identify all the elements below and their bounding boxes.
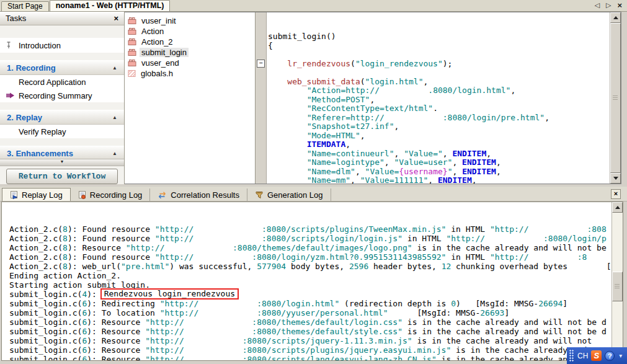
tab-noname1-web-http-html[interactable]: noname1 - Web (HTTP/HTML) — [50, 0, 171, 11]
text-segment: , — [370, 95, 375, 104]
text-segment: chunking overhead bytes [ — [451, 262, 611, 271]
file-item-globals-h[interactable]: globals.h — [125, 68, 255, 79]
close-document-button[interactable]: × — [617, 1, 622, 9]
text-segment: "Value=user" — [394, 158, 453, 167]
scroll-thumb[interactable] — [610, 23, 621, 173]
return-to-workflow-button[interactable]: Return to Workflow — [6, 169, 118, 184]
action-file-icon — [128, 48, 136, 56]
section-header-3-enhancements[interactable]: 3. Enhancements▲ — [0, 146, 124, 159]
code-gutter: − — [256, 12, 267, 184]
tab-scroll-left-button[interactable]: ◁ — [594, 1, 599, 9]
log-output[interactable]: Action_2.c(8): Found resource "http:// :… — [1, 202, 623, 361]
text-segment: 577904 — [257, 262, 286, 271]
text-segment: Action_2.c( — [9, 262, 63, 271]
editor-vertical-scrollbar[interactable] — [610, 12, 621, 184]
text-segment — [385, 113, 443, 122]
text-segment: :8 — [577, 252, 587, 262]
text-segment: , — [385, 158, 394, 167]
text-segment: ): Found resource — [68, 252, 155, 262]
text-segment — [268, 140, 307, 149]
text-segment: :8080/scripts/plugins/TweenMax.min.js" — [262, 224, 446, 234]
correlation-results-icon — [158, 191, 167, 199]
action-file-icon — [128, 27, 136, 35]
scroll-up-button[interactable] — [610, 12, 621, 23]
text-segment: , — [486, 149, 491, 158]
text-segment: "http:// — [145, 345, 184, 355]
file-item-submit-login[interactable]: submit_login — [125, 47, 255, 58]
file-item-action-2[interactable]: Action_2 — [125, 37, 255, 47]
tab-replay-log[interactable]: Replay Log — [2, 188, 71, 201]
tab-recording-log[interactable]: Recording Log — [71, 189, 151, 201]
text-segment — [268, 59, 287, 68]
text-segment: "Value=111111" — [360, 175, 429, 184]
close-log-button[interactable]: × — [611, 189, 621, 199]
language-indicator[interactable]: CH — [577, 352, 588, 360]
tasks-scroll-more[interactable]: ▼ — [0, 159, 124, 166]
main-area: Tasks × Introduction1. Recording▲Record … — [0, 12, 627, 184]
scroll-down-button[interactable] — [610, 173, 621, 184]
tray-grip[interactable] — [569, 350, 574, 362]
text-segment: ) [MsgId: MMSG- — [456, 299, 538, 308]
task-item-introduction[interactable]: Introduction — [0, 38, 124, 53]
text-segment: , — [496, 158, 501, 167]
code-editor[interactable]: submit_login(){ lr_rendezvous("login_ren… — [267, 12, 610, 184]
thumb-grip-icon — [613, 95, 618, 100]
collapse-icon[interactable]: ▲ — [112, 151, 117, 156]
text-segment: , — [345, 140, 350, 149]
text-segment — [268, 104, 307, 113]
text-segment: "http:// — [145, 336, 184, 345]
text-segment: "Value= — [365, 167, 399, 176]
text-segment: 26693 — [480, 308, 504, 317]
collapse-icon[interactable]: ▲ — [112, 65, 117, 71]
text-segment: body bytes, — [286, 262, 349, 271]
recording-summary-arrow-icon — [6, 92, 16, 99]
text-segment: :8080/scripts/lang/easyui-lang-zh_CN.js" — [242, 355, 437, 361]
text-segment: submit_login.c( — [9, 336, 82, 345]
text-segment: "http:// — [446, 234, 485, 243]
text-segment: "http:// — [145, 355, 184, 361]
code-line: "Mode=HTML", — [268, 131, 610, 141]
text-segment: , — [360, 131, 365, 140]
text-segment: ): Resource — [87, 345, 145, 355]
red-annotation-box: Rendezvous login_rendezvous — [100, 288, 239, 300]
task-item-verify-replay[interactable]: Verify Replay — [0, 125, 124, 138]
file-item-vuser-init[interactable]: vuser_init — [125, 16, 255, 26]
scroll-thumb[interactable] — [612, 272, 623, 301]
file-item-action[interactable]: Action — [125, 26, 255, 37]
text-segment — [193, 252, 252, 262]
tab-correlation-results[interactable]: Correlation Results — [150, 189, 247, 201]
file-item-vuser-end[interactable]: vuser_end — [125, 58, 255, 68]
tab-scroll-right-button[interactable]: ▷ — [606, 1, 611, 9]
log-vertical-scrollbar[interactable] — [611, 202, 623, 360]
task-item-label: Introduction — [19, 41, 61, 50]
help-icon[interactable]: ? — [605, 351, 615, 361]
sogou-input-icon[interactable]: S — [591, 350, 602, 361]
text-segment: , — [423, 77, 428, 86]
recording-log-icon — [78, 190, 86, 199]
text-segment: ENDITEM — [452, 149, 486, 158]
code-fold-toggle[interactable]: − — [257, 60, 265, 68]
tab-label: Replay Log — [22, 190, 63, 200]
tab-generation-log[interactable]: Generation Log — [247, 189, 331, 201]
text-segment: "http:// — [126, 243, 165, 252]
task-item-record-application[interactable]: Record Application — [0, 75, 124, 89]
log-line: submit_login.c(6): Resource "http:// :80… — [9, 317, 623, 327]
replay-log-icon — [10, 190, 18, 199]
scroll-up-button[interactable] — [612, 202, 623, 213]
section-header-2-replay[interactable]: 2. Replay▲ — [0, 110, 124, 125]
text-segment: ): Found resource — [68, 234, 155, 243]
tray-expand-icon[interactable]: ▾ — [619, 352, 622, 359]
section-header-1-recording[interactable]: 1. Recording▲ — [0, 60, 124, 75]
text-segment: in HTML — [446, 224, 489, 234]
collapse-icon[interactable]: ▲ — [112, 115, 117, 120]
text-segment: 2596 — [349, 262, 368, 271]
task-item-label: Record Application — [19, 78, 86, 87]
tab-start-page[interactable]: Start Page — [1, 1, 49, 11]
close-tasks-button[interactable]: × — [113, 14, 118, 23]
text-segment — [184, 345, 242, 355]
taskbar-tray-overlay: CH S ? ▾ — [567, 347, 627, 364]
text-segment: ): — [87, 290, 101, 299]
log-line: Action_2.c(8): Resource "http:// :8080/t… — [9, 243, 623, 252]
text-segment: :8080/themes/default/style.css" — [252, 327, 402, 336]
task-item-recording-summary[interactable]: Recording Summary — [0, 89, 124, 102]
